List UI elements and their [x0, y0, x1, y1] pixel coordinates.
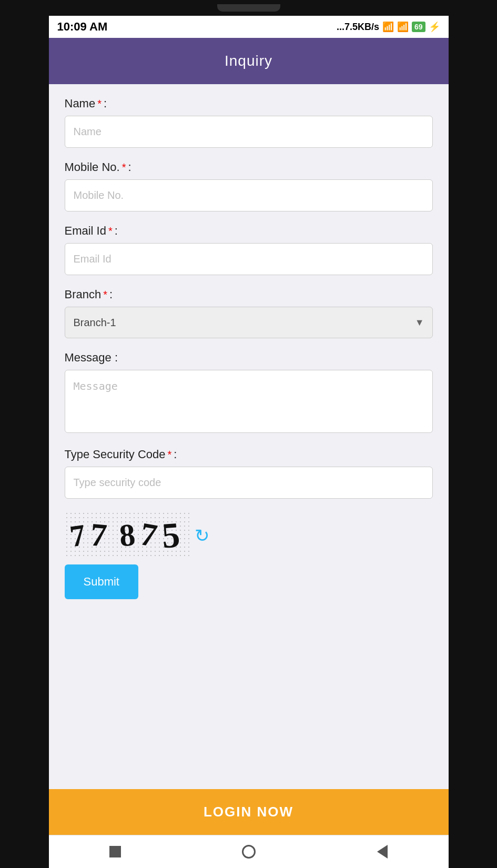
- email-label: Email Id * :: [65, 224, 433, 238]
- home-icon: [242, 845, 256, 859]
- name-required-star: *: [97, 98, 102, 110]
- nav-bar: [49, 835, 449, 868]
- branch-select-wrapper: Branch-1 Branch-2 Branch-3 ▼: [65, 307, 433, 338]
- mobile-field-group: Mobile No. * :: [65, 160, 433, 211]
- captcha-display: 7 7 8 7 5 ↻: [65, 511, 433, 559]
- phone-wrapper: 10:09 AM ...7.5KB/s 📶 📶 69 ⚡ Inquiry Nam…: [0, 0, 497, 868]
- stop-button[interactable]: [109, 846, 121, 857]
- back-button[interactable]: [377, 845, 388, 859]
- signal-icon: 📶: [382, 21, 394, 33]
- form-area: Name * : Mobile No. * : Email Id: [49, 84, 449, 789]
- email-required-star: *: [108, 225, 113, 237]
- mobile-label: Mobile No. * :: [65, 160, 433, 174]
- message-textarea[interactable]: [65, 370, 433, 433]
- app-title: Inquiry: [225, 53, 272, 69]
- phone-screen: Inquiry Name * : Mobile No. * :: [49, 38, 449, 868]
- security-code-input[interactable]: [65, 467, 433, 499]
- branch-label: Branch * :: [65, 288, 433, 301]
- name-label: Name * :: [65, 97, 433, 110]
- name-field-group: Name * :: [65, 97, 433, 148]
- wifi-icon: 📶: [397, 21, 409, 33]
- login-now-label: LOGIN NOW: [204, 804, 293, 820]
- message-label: Message :: [65, 351, 433, 365]
- mobile-required-star: *: [122, 162, 126, 174]
- charging-icon: ⚡: [429, 21, 440, 33]
- branch-required-star: *: [103, 289, 107, 301]
- battery-display: 69: [412, 22, 425, 32]
- security-required-star: *: [167, 449, 171, 461]
- captcha-text: 7 7 8 7 5: [65, 511, 189, 559]
- branch-field-group: Branch * : Branch-1 Branch-2 Branch-3 ▼: [65, 288, 433, 338]
- refresh-icon[interactable]: ↻: [195, 525, 209, 546]
- stop-icon: [109, 846, 121, 857]
- phone-top: [49, 0, 449, 16]
- status-right: ...7.5KB/s 📶 📶 69 ⚡: [337, 21, 440, 33]
- home-button[interactable]: [242, 845, 256, 859]
- security-code-field-group: Type Security Code * :: [65, 448, 433, 499]
- name-input[interactable]: [65, 116, 433, 148]
- back-icon: [377, 845, 388, 859]
- email-field-group: Email Id * :: [65, 224, 433, 275]
- notch: [217, 4, 280, 12]
- branch-select[interactable]: Branch-1 Branch-2 Branch-3: [65, 307, 433, 338]
- security-code-label: Type Security Code * :: [65, 448, 433, 461]
- status-bar: 10:09 AM ...7.5KB/s 📶 📶 69 ⚡: [49, 16, 449, 38]
- network-speed: ...7.5KB/s: [337, 22, 379, 33]
- email-input[interactable]: [65, 243, 433, 275]
- login-bar[interactable]: LOGIN NOW: [49, 789, 449, 835]
- message-field-group: Message :: [65, 351, 433, 435]
- submit-button[interactable]: Submit: [65, 564, 138, 599]
- captcha-image: 7 7 8 7 5: [65, 511, 189, 559]
- mobile-input[interactable]: [65, 179, 433, 211]
- app-header: Inquiry: [49, 38, 449, 84]
- time-display: 10:09 AM: [57, 20, 108, 34]
